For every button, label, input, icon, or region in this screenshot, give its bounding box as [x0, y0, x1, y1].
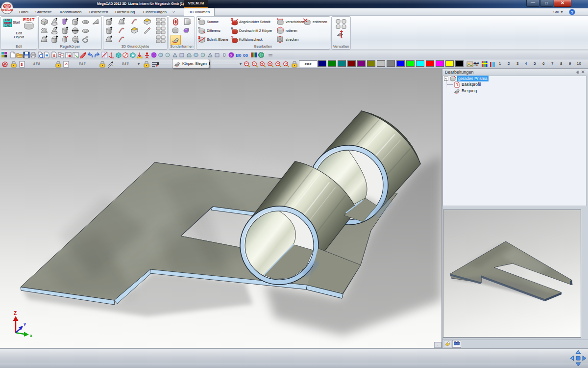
svg-text:0: 0 — [230, 53, 232, 57]
svg-text:S: S — [231, 18, 234, 22]
svg-text:MEGA: MEGA — [3, 5, 11, 8]
svg-text:?: ? — [285, 62, 287, 66]
svg-text:S: S — [198, 35, 201, 40]
svg-text:00: 00 — [243, 53, 248, 58]
svg-text:R: R — [77, 41, 79, 44]
svg-text:y: y — [24, 321, 26, 326]
svg-text::: : — [112, 64, 113, 68]
svg-text:S: S — [21, 63, 23, 66]
svg-text:MegaCAD: MegaCAD — [1, 8, 13, 11]
svg-text:0: 0 — [223, 53, 226, 58]
svg-text:?: ? — [571, 10, 574, 15]
svg-text:B0: B0 — [236, 53, 242, 58]
svg-text:?: ? — [231, 35, 234, 40]
svg-text:Z: Z — [14, 311, 17, 316]
svg-text:x: x — [30, 333, 32, 338]
svg-text:?: ? — [253, 62, 255, 66]
svg-text:n: n — [231, 26, 233, 30]
svg-text:S: S — [53, 53, 56, 58]
